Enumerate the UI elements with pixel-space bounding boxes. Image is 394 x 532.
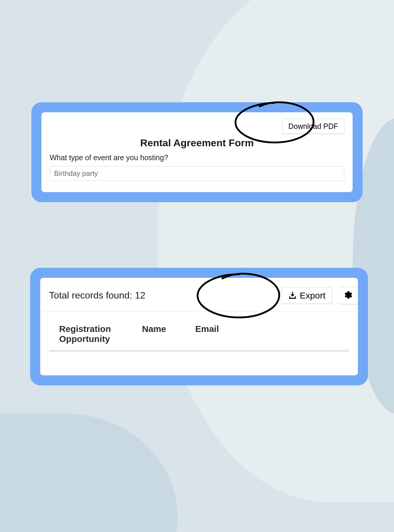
column-header-registration: Registration Opportunity — [59, 324, 127, 344]
rental-form-panel: Download PDF Rental Agreement Form What … — [31, 102, 363, 202]
download-pdf-button[interactable]: Download PDF — [282, 119, 344, 134]
records-count-label: Total records found: 12 — [49, 290, 282, 301]
records-panel: Total records found: 12 Export Registrat… — [30, 268, 368, 385]
settings-button[interactable] — [339, 287, 358, 304]
form-title: Rental Agreement Form — [50, 137, 344, 149]
gear-icon — [344, 291, 353, 299]
column-header-email: Email — [195, 324, 234, 344]
event-type-input[interactable] — [50, 166, 344, 181]
table-divider — [49, 350, 349, 352]
background-shape — [0, 414, 177, 532]
download-icon — [288, 291, 297, 300]
event-type-label: What type of event are you hosting? — [50, 153, 344, 162]
export-button[interactable]: Export — [282, 287, 332, 304]
column-header-name: Name — [142, 324, 180, 344]
table-header-row: Registration Opportunity Name Email — [40, 312, 358, 350]
rental-form-card: Download PDF Rental Agreement Form What … — [41, 112, 353, 192]
records-card: Total records found: 12 Export Registrat… — [40, 278, 358, 375]
records-header: Total records found: 12 Export — [40, 287, 358, 312]
export-button-label: Export — [300, 291, 325, 301]
